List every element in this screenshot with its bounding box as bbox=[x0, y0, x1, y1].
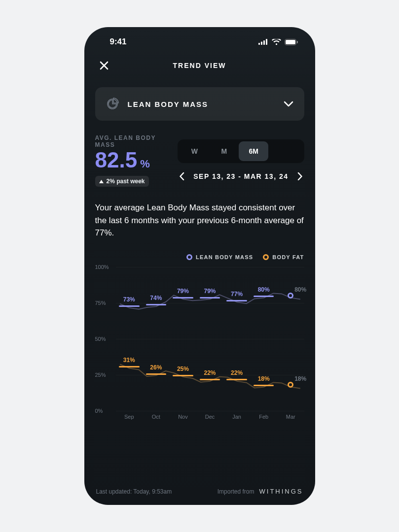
svg-rect-0 bbox=[258, 43, 260, 45]
y-tick: 25% bbox=[95, 372, 106, 378]
date-next-button[interactable] bbox=[295, 172, 304, 181]
date-nav: SEP 13, 23 - MAR 13, 24 bbox=[178, 172, 304, 181]
series-value-label: 31% bbox=[123, 357, 135, 365]
chart-legend: LEAN BODY MASSBODY FAT bbox=[95, 254, 304, 260]
series-bar bbox=[226, 379, 247, 380]
y-tick: 50% bbox=[95, 336, 106, 342]
svg-rect-1 bbox=[261, 42, 262, 45]
metric-selector-label: LEAN BODY MASS bbox=[128, 100, 275, 108]
legend-label: BODY FAT bbox=[272, 254, 304, 260]
x-tick: Mar bbox=[277, 414, 304, 425]
delta-text: 2% past week bbox=[107, 178, 145, 185]
y-tick: 0% bbox=[95, 408, 103, 414]
legend-item: LEAN BODY MASS bbox=[186, 254, 253, 260]
y-tick: 75% bbox=[95, 300, 106, 306]
stat-number: 82.5 bbox=[95, 149, 138, 171]
legend-item: BODY FAT bbox=[263, 254, 304, 260]
x-axis: SepOctNovDecJanFebMar bbox=[116, 414, 304, 425]
stat-value: 82.5 % bbox=[95, 149, 170, 171]
gridline bbox=[116, 411, 304, 411]
date-prev-button[interactable] bbox=[178, 172, 186, 181]
page-title: TREND VIEW bbox=[84, 62, 315, 69]
stage: 9:41 TREND VIEW LEAN BODY MASS AVG. LEAN bbox=[0, 0, 399, 532]
chevron-left-icon bbox=[180, 172, 184, 180]
x-tick: Oct bbox=[143, 414, 170, 425]
phone-frame: 9:41 TREND VIEW LEAN BODY MASS AVG. LEAN bbox=[84, 27, 315, 505]
svg-rect-6 bbox=[297, 41, 298, 43]
status-icons bbox=[258, 39, 298, 45]
date-range: SEP 13, 23 - MAR 13, 24 bbox=[193, 172, 288, 180]
caret-up-icon bbox=[99, 180, 104, 183]
x-tick: Feb bbox=[250, 414, 277, 425]
status-bar: 9:41 bbox=[84, 27, 315, 53]
segment-w[interactable]: W bbox=[180, 141, 209, 161]
legend-dot-icon bbox=[263, 254, 269, 260]
svg-rect-2 bbox=[263, 40, 265, 45]
content: LEAN BODY MASS AVG. LEAN BODY MASS 82.5 … bbox=[84, 78, 315, 479]
svg-rect-3 bbox=[266, 39, 267, 45]
series-value-label: 22% bbox=[204, 369, 216, 378]
x-tick: Sep bbox=[116, 414, 143, 425]
wifi-icon bbox=[272, 39, 281, 45]
footer: Last updated: Today, 9:53am Imported fro… bbox=[84, 479, 315, 505]
header: TREND VIEW bbox=[84, 53, 315, 78]
series-bar bbox=[200, 379, 220, 380]
chevron-down-icon bbox=[284, 101, 293, 107]
delta-badge: 2% past week bbox=[95, 176, 149, 187]
right-col: WM6M SEP 13, 23 - MAR 13, 24 bbox=[178, 134, 304, 181]
plot-area: 73%74%79%79%77%80%80%31%26%25%22%22%18%1… bbox=[116, 267, 304, 411]
segment-m[interactable]: M bbox=[209, 141, 239, 161]
series-end-label: 18% bbox=[294, 375, 306, 382]
x-tick: Nov bbox=[170, 414, 197, 425]
series-value-label: 26% bbox=[150, 364, 162, 372]
series-bar bbox=[254, 385, 274, 386]
series-bar bbox=[119, 366, 139, 367]
series-value-label: 22% bbox=[231, 369, 243, 378]
imported-prefix: Imported from bbox=[218, 488, 254, 495]
chart: 0%25%50%75%100%73%74%79%79%77%80%80%31%2… bbox=[95, 267, 304, 425]
chevron-right-icon bbox=[297, 172, 302, 180]
x-tick: Jan bbox=[223, 414, 251, 425]
stat-caption: AVG. LEAN BODY MASS bbox=[95, 134, 170, 148]
stat-unit: % bbox=[140, 158, 150, 170]
last-updated: Last updated: Today, 9:53am bbox=[96, 488, 172, 495]
stat-row: AVG. LEAN BODY MASS 82.5 % 2% past week … bbox=[95, 134, 304, 187]
summary-text: Your average Lean Body Mass stayed consi… bbox=[95, 201, 304, 239]
series-end-dot bbox=[288, 382, 293, 388]
source-brand: WITHINGS bbox=[259, 488, 303, 495]
series-value-label: 25% bbox=[177, 366, 189, 374]
series-squiggle bbox=[116, 267, 304, 411]
segment-6m[interactable]: 6M bbox=[239, 141, 268, 161]
y-tick: 100% bbox=[95, 264, 109, 270]
status-time: 9:41 bbox=[110, 37, 127, 47]
cellular-icon bbox=[258, 39, 268, 45]
battery-icon bbox=[285, 39, 298, 45]
legend-label: LEAN BODY MASS bbox=[196, 254, 253, 260]
series-bar bbox=[173, 375, 193, 376]
svg-rect-5 bbox=[286, 40, 295, 44]
metric-selector[interactable]: LEAN BODY MASS bbox=[95, 87, 304, 121]
x-tick: Dec bbox=[196, 414, 223, 425]
legend-dot-icon bbox=[186, 254, 192, 260]
series-value-label: 18% bbox=[258, 375, 270, 384]
series-bar bbox=[146, 373, 166, 375]
close-button[interactable] bbox=[96, 58, 112, 73]
close-icon bbox=[99, 61, 109, 70]
pie-chart-icon bbox=[106, 98, 119, 110]
range-segmented: WM6M bbox=[178, 139, 304, 163]
imported-from: Imported from WITHINGS bbox=[218, 488, 303, 495]
stat-block: AVG. LEAN BODY MASS 82.5 % 2% past week bbox=[95, 134, 170, 187]
